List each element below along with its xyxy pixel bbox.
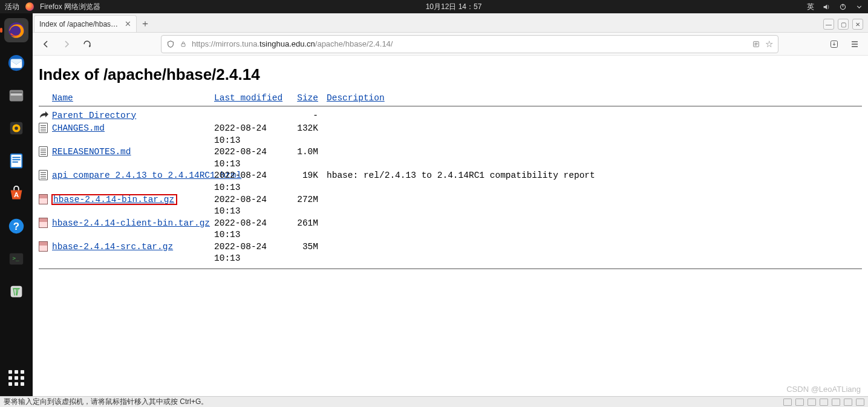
listing-end-rule: [39, 269, 862, 269]
apps-grid-icon: [8, 370, 24, 386]
svg-text:A: A: [14, 191, 19, 198]
dock-software[interactable]: A: [4, 181, 28, 206]
window-close-button[interactable]: ✕: [852, 19, 863, 30]
terminal-icon: >_: [7, 250, 25, 268]
current-app-label[interactable]: Firefox 网络浏览器: [40, 2, 100, 12]
file-link[interactable]: CHANGES.md: [52, 123, 105, 133]
reload-button[interactable]: [80, 37, 94, 51]
file-size: 1.0M: [292, 146, 318, 170]
sort-by-description[interactable]: Description: [327, 93, 385, 103]
trash-icon: [7, 282, 25, 301]
svg-rect-12: [12, 159, 20, 160]
menu-chevron-icon[interactable]: [855, 3, 863, 11]
reader-mode-icon[interactable]: [752, 40, 760, 48]
file-modified: 2022-08-24 10:13: [214, 241, 292, 265]
sort-by-modified[interactable]: Last modified: [214, 93, 282, 103]
speaker-icon: [7, 119, 25, 137]
svg-rect-5: [11, 93, 22, 96]
archive-file-icon: [39, 241, 48, 252]
file-modified: 2022-08-24 10:13: [214, 170, 292, 194]
archive-file-icon: [39, 194, 48, 204]
file-modified: 2022-08-24 10:13: [214, 218, 292, 241]
file-link[interactable]: hbase-2.4.14-src.tar.gz: [52, 242, 173, 252]
bookmark-star-icon[interactable]: ☆: [765, 39, 773, 50]
parent-directory-link[interactable]: Parent Directory: [52, 111, 136, 120]
input-method-indicator[interactable]: 英: [807, 2, 814, 12]
files-icon: [7, 86, 25, 105]
svg-text:?: ?: [13, 221, 19, 232]
browser-toolbar: https://mirrors.tuna.tsinghua.edu.cn/apa…: [33, 33, 868, 56]
listing-row: hbase-2.4.14-client-bin.tar.gz2022-08-24…: [39, 218, 862, 241]
volume-icon[interactable]: [823, 3, 830, 11]
svg-text:>_: >_: [12, 255, 19, 261]
browser-tab[interactable]: Index of /apache/hbase/2.4… ✕: [34, 15, 137, 32]
file-link[interactable]: api_compare_2.4.13_to_2.4.14RC1.html: [52, 171, 241, 180]
svg-rect-10: [11, 154, 22, 168]
file-modified: 2022-08-24 10:13: [214, 194, 292, 218]
dock-trash[interactable]: [4, 279, 28, 304]
dock-files[interactable]: [4, 83, 28, 108]
file-modified: 2022-08-24 10:13: [214, 146, 292, 170]
svg-rect-6: [11, 92, 22, 93]
clock-label[interactable]: 10月12日 14：57: [100, 2, 807, 12]
text-file-icon: [39, 123, 48, 133]
shield-icon: [166, 40, 175, 48]
back-button[interactable]: [39, 37, 53, 51]
dock-terminal[interactable]: >_: [4, 247, 28, 271]
svg-rect-1: [843, 4, 843, 7]
power-icon[interactable]: [839, 3, 847, 11]
listing-row: api_compare_2.4.13_to_2.4.14RC1.html2022…: [39, 170, 862, 194]
url-text: https://mirrors.tuna.tsinghua.edu.cn/apa…: [192, 39, 747, 48]
file-size: 19K: [292, 170, 318, 194]
sort-by-name[interactable]: Name: [52, 93, 73, 103]
app-menu-button[interactable]: [847, 37, 862, 51]
svg-point-9: [15, 126, 18, 130]
dock-apps-grid[interactable]: [4, 366, 28, 390]
text-file-icon: [39, 146, 48, 157]
dock-thunderbird[interactable]: [4, 51, 28, 75]
listing-row: hbase-2.4.14-src.tar.gz2022-08-24 10:133…: [39, 241, 862, 265]
firefox-indicator-icon: [25, 2, 34, 11]
listing-row: hbase-2.4.14-bin.tar.gz2022-08-24 10:132…: [39, 194, 862, 218]
vmware-device-icons[interactable]: [783, 399, 864, 406]
lock-icon: [180, 41, 187, 48]
tab-close-icon[interactable]: ✕: [125, 19, 131, 28]
dock-help[interactable]: ?: [4, 214, 28, 238]
file-size: 261M: [292, 218, 318, 241]
file-link[interactable]: hbase-2.4.14-bin.tar.gz: [52, 195, 177, 204]
svg-rect-13: [12, 161, 18, 163]
svg-rect-20: [181, 44, 185, 47]
new-tab-button[interactable]: ＋: [137, 15, 154, 32]
window-minimize-button[interactable]: —: [823, 19, 834, 30]
writer-icon: [7, 152, 25, 170]
file-size: 35M: [292, 241, 318, 265]
file-link[interactable]: hbase-2.4.14-client-bin.tar.gz: [52, 218, 210, 228]
svg-rect-11: [12, 157, 20, 158]
forward-button[interactable]: [59, 37, 74, 51]
file-description: [318, 123, 327, 146]
firefox-icon: [7, 21, 26, 40]
window-maximize-button[interactable]: ▢: [838, 19, 849, 30]
listing-header: Name Last modified Size Description: [39, 93, 862, 106]
page-content: Index of /apache/hbase/2.4.14 Name Last …: [33, 56, 868, 396]
file-link[interactable]: RELEASENOTES.md: [52, 147, 131, 157]
dock-rhythmbox[interactable]: [4, 116, 28, 140]
activities-button[interactable]: 活动: [5, 2, 19, 12]
dock-firefox[interactable]: [4, 18, 28, 42]
browser-window: Index of /apache/hbase/2.4… ✕ ＋ — ▢ ✕ ht…: [33, 13, 868, 396]
software-icon: A: [7, 184, 25, 203]
url-bar[interactable]: https://mirrors.tuna.tsinghua.edu.cn/apa…: [161, 35, 778, 53]
sort-by-size[interactable]: Size: [297, 93, 318, 103]
dock-libreoffice-writer[interactable]: [4, 149, 28, 173]
archive-file-icon: [39, 218, 48, 228]
text-file-icon: [39, 170, 48, 180]
downloads-button[interactable]: [827, 37, 841, 51]
listing-row: RELEASENOTES.md2022-08-24 10:131.0M: [39, 146, 862, 170]
file-size: 132K: [292, 123, 318, 146]
vmware-hint-text: 要将输入定向到该虚拟机，请将鼠标指针移入其中或按 Ctrl+G。: [4, 397, 208, 407]
tab-title: Index of /apache/hbase/2.4…: [39, 20, 121, 28]
directory-listing: Name Last modified Size Description Pare…: [39, 93, 862, 269]
file-description: hbase: rel/2.4.13 to 2.4.14RC1 compatibi…: [318, 170, 595, 194]
thunderbird-icon: [7, 54, 25, 72]
listing-row-parent: Parent Directory-: [39, 110, 862, 123]
